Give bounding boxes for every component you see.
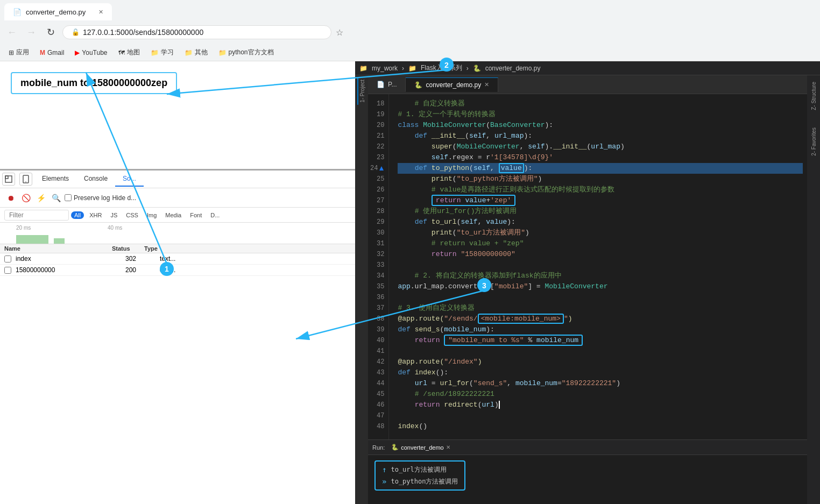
search-button[interactable]: 🔍 <box>50 191 62 204</box>
inspect-element-button[interactable] <box>2 173 15 186</box>
line-num: 28 <box>370 206 384 217</box>
line-num: 25 <box>370 174 384 184</box>
line-num: 44 <box>370 378 384 389</box>
file-tab-converter[interactable]: 🐍 converter_demo.py ✕ <box>406 77 498 92</box>
line-num: 46 <box>370 400 384 410</box>
clear-button[interactable]: 🚫 <box>19 191 32 204</box>
bookmark-apps[interactable]: ⊞ 应用 <box>4 47 33 58</box>
table-row[interactable]: 15800000000 200 doc... <box>0 265 355 276</box>
filter-button[interactable]: ⚡ <box>34 191 47 204</box>
timeline-bar-2 <box>54 238 65 244</box>
line-num: 35 <box>370 281 384 292</box>
folder-icon: 📁 <box>151 49 159 56</box>
code-editor[interactable]: 18 19 20 21 22 23 24 25 26 27 28 29 <box>368 94 807 439</box>
code-line: def to_python(self, value): <box>398 163 803 174</box>
tab-console[interactable]: Console <box>76 172 115 187</box>
line-num: 31 <box>370 238 384 249</box>
row-checkbox[interactable] <box>4 267 11 274</box>
sidebar-tab-favorites[interactable]: 2- Favorites <box>810 125 818 158</box>
route-box: <mobile:mobile_num> <box>478 314 564 324</box>
bookmark-star-button[interactable]: ☆ <box>336 27 343 38</box>
preserve-log-label[interactable]: Preserve log <box>65 194 110 202</box>
reload-button[interactable]: ↻ <box>43 25 58 40</box>
device-toolbar-button[interactable] <box>19 173 32 186</box>
terminal-tab-converter[interactable]: 🐍 converter_demo ✕ <box>387 443 455 452</box>
bookmark-gmail[interactable]: M Gmail <box>36 48 68 58</box>
code-line: self.regex = r'1[34578]\d{9}' <box>398 152 803 163</box>
bookmark-python-docs[interactable]: 📁 python官方文档 <box>214 47 278 58</box>
row-checkbox[interactable] <box>4 255 11 262</box>
record-button[interactable]: ⏺ <box>4 191 17 204</box>
apps-icon: ⊞ <box>9 49 14 56</box>
bookmark-youtube[interactable]: ▶ YouTube <box>70 48 111 58</box>
bookmark-maps[interactable]: 🗺 地图 <box>114 47 144 58</box>
network-table-header: Name Status Type <box>0 244 355 253</box>
page-area: mobile_num to 15800000000zep <box>0 61 355 169</box>
terminal-text-1: to_url方法被调用 <box>391 464 446 475</box>
bookmark-label: 应用 <box>16 48 29 57</box>
filter-doc[interactable]: D... <box>207 211 223 219</box>
terminal-tab-close[interactable]: ✕ <box>446 444 450 450</box>
page-result-box: mobile_num to 15800000000zep <box>11 72 177 94</box>
code-line: # /send/18922222221 <box>398 389 803 400</box>
svg-marker-4 <box>379 166 384 171</box>
line-num: 20 <box>370 120 384 131</box>
code-line: return value+'zep' <box>398 195 803 206</box>
breadcrumb-python-icon: 🐍 <box>473 65 481 72</box>
filter-js[interactable]: JS <box>107 211 121 219</box>
header-status: Status <box>112 245 144 252</box>
table-row[interactable]: index 302 text... <box>0 253 355 265</box>
lock-icon: 🔓 <box>72 29 80 36</box>
filter-css[interactable]: CSS <box>123 211 142 219</box>
forward-button[interactable]: → <box>24 25 39 40</box>
terminal-content: ↑ to_url方法被调用 » to_python方法被调用 <box>368 455 807 504</box>
ide-left-sidebar: 1- Project <box>355 75 368 504</box>
svg-point-3 <box>25 181 26 182</box>
filter-font[interactable]: Font <box>187 211 205 219</box>
line-num: 26 <box>370 184 384 195</box>
tab-close-icon[interactable]: ✕ <box>484 81 489 88</box>
terminal-tab-label: converter_demo <box>401 444 444 451</box>
tab-label: P... <box>388 81 397 88</box>
preserve-log-checkbox[interactable] <box>65 194 72 201</box>
tab-sources-label: So... <box>123 175 136 182</box>
browser-tab[interactable]: 📄 converter_demo.py ✕ <box>4 3 112 20</box>
tab-elements[interactable]: Elements <box>34 172 76 187</box>
tab-sources[interactable]: So... <box>115 172 144 187</box>
bookmark-study[interactable]: 📁 学习 <box>146 47 178 58</box>
filter-xhr[interactable]: XHR <box>86 211 105 219</box>
sidebar-tab-structure[interactable]: Z- Structure <box>810 80 818 112</box>
file-tab-p[interactable]: 📄 P... <box>368 77 406 91</box>
filter-all[interactable]: All <box>71 211 84 219</box>
line-num: 34 <box>370 271 384 281</box>
tab-elements-label: Elements <box>42 175 69 182</box>
ide-right-sidebar: Z- Structure 2- Favorites <box>807 75 820 504</box>
line-num: 33 <box>370 260 384 271</box>
double-arrow-icon: » <box>382 475 386 487</box>
url-input[interactable] <box>83 28 322 37</box>
line-num: 45 <box>370 389 384 400</box>
timeline-label-20ms: 20 ms <box>16 225 31 231</box>
line-num: 19 <box>370 109 384 120</box>
youtube-icon: ▶ <box>75 49 80 56</box>
row-status: 200 <box>125 266 158 274</box>
row-type: doc... <box>160 266 203 274</box>
breadcrumb-my-work: my_work <box>372 65 398 72</box>
filter-media[interactable]: Media <box>162 211 185 219</box>
preserve-log-text: Preserve log <box>74 194 110 202</box>
ide-terminal: Run: 🐍 converter_demo ✕ ↑ t <box>368 439 807 504</box>
network-filter-bar: All XHR JS CSS Img Media Font D... <box>0 208 355 223</box>
row-type: text... <box>160 255 203 262</box>
bookmark-other[interactable]: 📁 其他 <box>180 47 212 58</box>
tab-close-btn[interactable]: ✕ <box>98 9 103 16</box>
filter-img[interactable]: Img <box>144 211 160 219</box>
tab-favicon: 📄 <box>13 8 22 16</box>
address-bar[interactable]: 🔓 <box>62 25 331 39</box>
sidebar-tab-project[interactable]: 1- Project <box>357 77 366 105</box>
filter-input[interactable] <box>4 210 69 221</box>
terminal-tabs: Run: 🐍 converter_demo ✕ <box>368 440 807 455</box>
breadcrumb-sep-2: › <box>466 65 469 72</box>
line-num: 38 <box>370 314 384 324</box>
back-button[interactable]: ← <box>4 25 19 40</box>
code-line: # 使用url_for()方法时被调用 <box>398 206 803 217</box>
